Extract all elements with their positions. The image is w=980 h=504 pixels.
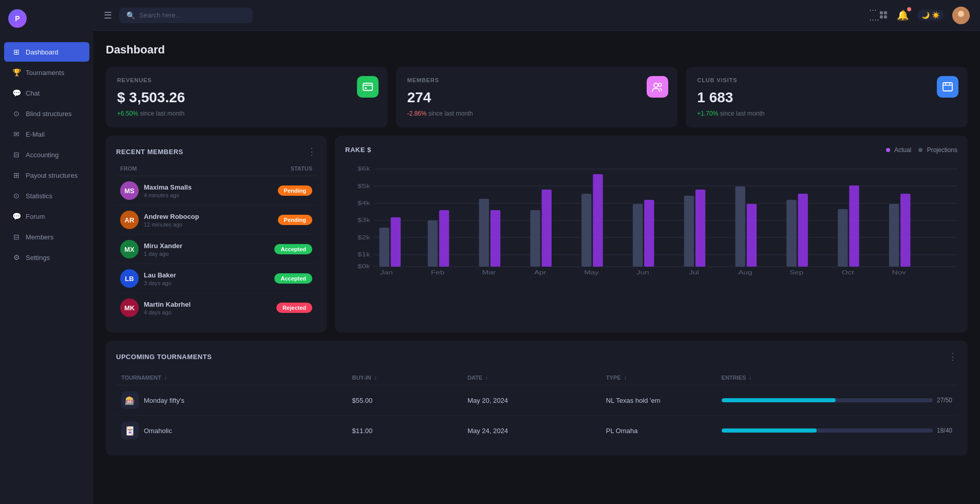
- svg-text:Jan: Jan: [380, 269, 393, 275]
- svg-rect-7: [363, 83, 372, 90]
- status-col-header: Status: [291, 165, 312, 172]
- sidebar-item-label: Accounting: [26, 151, 59, 159]
- svg-rect-38: [684, 196, 694, 267]
- sidebar-logo: P: [0, 0, 93, 37]
- sidebar-item-blind-structures[interactable]: ⊙ Blind structures: [4, 104, 89, 123]
- moon-icon: 🌙: [921, 11, 930, 19]
- status-badge: Accepted: [274, 244, 312, 254]
- user-avatar[interactable]: [952, 7, 970, 24]
- svg-rect-28: [428, 220, 438, 267]
- recent-members-more-button[interactable]: ⋮: [307, 146, 316, 157]
- tournament-type: NL Texas hold 'em: [606, 397, 722, 404]
- content-area: Dashboard REVENUES $ 3,503.26 +6.50% sin…: [93, 31, 980, 504]
- members-value: 274: [407, 89, 667, 106]
- sidebar-item-dashboard[interactable]: ⊞ Dashboard: [4, 42, 89, 62]
- chart-area: $6k $5k $4k $3k $2k $1k $0k: [345, 164, 957, 277]
- notification-button[interactable]: 🔔: [897, 9, 909, 21]
- main-area: ☰ 🔍 ⋅⋅⋅⋅⋅⋅⋅ 🔔 🌙 ☀️: [93, 0, 980, 504]
- search-icon: 🔍: [126, 11, 135, 20]
- svg-rect-30: [479, 199, 489, 267]
- sidebar-item-members[interactable]: ⊟ Members: [4, 227, 89, 247]
- member-row: LB Lau Baker 3 days ago Accepted: [116, 264, 316, 293]
- sidebar-item-label: Statistics: [26, 192, 52, 200]
- avatar: MX: [120, 240, 139, 258]
- member-info: LB Lau Baker 3 days ago: [120, 269, 274, 288]
- sidebar-item-statistics[interactable]: ⊙ Statistics: [4, 186, 89, 206]
- svg-text:Jun: Jun: [636, 269, 649, 275]
- progress-track: [722, 398, 933, 402]
- member-details: Miru Xander 1 day ago: [144, 242, 182, 257]
- member-details: Martin Kabrhel 4 days ago: [144, 301, 191, 315]
- sidebar-item-label: Settings: [26, 254, 50, 262]
- tournament-name: 🎰 Monday fifty's: [121, 391, 352, 409]
- members-card: MEMBERS 274 -2.86% since last month: [396, 67, 678, 127]
- notification-badge: [907, 7, 911, 11]
- sidebar-item-accounting[interactable]: ⊟ Accounting: [4, 145, 89, 164]
- sidebar-item-chat[interactable]: 💬 Chat: [4, 83, 89, 103]
- topbar: ☰ 🔍 ⋅⋅⋅⋅⋅⋅⋅ 🔔 🌙 ☀️: [93, 0, 980, 31]
- svg-text:$5k: $5k: [357, 183, 370, 189]
- svg-rect-42: [786, 200, 796, 267]
- svg-text:Oct: Oct: [842, 269, 854, 275]
- sidebar: P ⊞ Dashboard 🏆 Tournaments 💬 Chat ⊙ Bli…: [0, 0, 93, 504]
- sun-icon: ☀️: [932, 11, 940, 19]
- status-badge: Pending: [278, 185, 312, 196]
- tournament-buyin: $11.00: [352, 427, 467, 435]
- topbar-right: ⋅⋅⋅⋅⋅⋅⋅ 🔔 🌙 ☀️: [869, 6, 970, 25]
- blind-structures-icon: ⊙: [12, 109, 21, 118]
- dashboard-icon: ⊞: [12, 48, 21, 56]
- members-table-header: From Status: [116, 165, 316, 176]
- member-info: MK Martin Kabrhel 4 days ago: [120, 298, 276, 317]
- rake-chart-card: RAKE $ Actual Projections: [335, 136, 968, 332]
- svg-rect-47: [900, 194, 910, 267]
- tournaments-more-button[interactable]: ⋮: [948, 351, 957, 362]
- search-input[interactable]: [139, 11, 232, 19]
- members-label: MEMBERS: [407, 77, 667, 83]
- theme-toggle[interactable]: 🌙 ☀️: [917, 10, 944, 21]
- svg-rect-11: [943, 83, 952, 91]
- svg-rect-39: [695, 190, 705, 267]
- sidebar-item-settings[interactable]: ⚙ Settings: [4, 248, 89, 267]
- revenues-change: +6.50% since last month: [117, 110, 376, 117]
- svg-text:May: May: [584, 269, 599, 275]
- svg-text:$6k: $6k: [357, 165, 370, 172]
- club-visits-icon: [937, 76, 958, 98]
- sidebar-item-label: Forum: [26, 213, 45, 220]
- svg-rect-1: [884, 11, 887, 14]
- svg-rect-43: [798, 194, 808, 267]
- tournaments-card: UPCOMING TOURNAMENTS ⋮ Tournament ↕ Buy-…: [106, 341, 968, 456]
- svg-text:$2k: $2k: [357, 234, 370, 240]
- sidebar-item-label: Chat: [26, 89, 40, 97]
- sidebar-item-forum[interactable]: 💬 Forum: [4, 207, 89, 226]
- status-badge: Rejected: [276, 303, 312, 313]
- sidebar-item-payout-structures[interactable]: ⊞ Payout structures: [4, 165, 89, 185]
- member-name: Miru Xander: [144, 242, 182, 250]
- search-box[interactable]: 🔍: [119, 8, 253, 23]
- col-type: Type ↕: [606, 375, 722, 381]
- svg-point-10: [658, 83, 662, 86]
- entries-count: 18/40: [937, 427, 952, 434]
- actual-dot: [886, 148, 890, 152]
- svg-rect-34: [581, 194, 591, 267]
- svg-rect-32: [530, 210, 540, 267]
- recent-members-title: RECENT MEMBERS: [116, 148, 183, 156]
- svg-text:Mar: Mar: [482, 269, 496, 275]
- member-details: Lau Baker 3 days ago: [144, 271, 176, 286]
- sidebar-item-tournaments[interactable]: 🏆 Tournaments: [4, 63, 89, 82]
- svg-rect-29: [439, 210, 449, 267]
- member-row: AR Andrew Robocop 12 minutes ago Pending: [116, 206, 316, 235]
- mid-row: RECENT MEMBERS ⋮ From Status MS Maxima S…: [106, 136, 968, 332]
- club-visits-card: CLUB VISITS 1 683 +1.70% since last mont…: [686, 67, 968, 127]
- member-name: Maxima Smalls: [144, 183, 192, 191]
- svg-rect-46: [889, 204, 899, 267]
- chart-header: RAKE $ Actual Projections: [345, 146, 957, 154]
- hamburger-button[interactable]: ☰: [104, 10, 112, 21]
- svg-text:Jul: Jul: [689, 269, 699, 275]
- tournament-date: May 24, 2024: [467, 427, 606, 435]
- svg-text:Nov: Nov: [892, 269, 906, 275]
- col-buyin: Buy-in ↕: [352, 375, 467, 381]
- status-badge: Pending: [278, 215, 312, 225]
- grid-icon-button[interactable]: ⋅⋅⋅⋅⋅⋅⋅: [869, 6, 889, 25]
- recent-members-header: RECENT MEMBERS ⋮: [116, 146, 316, 157]
- sidebar-item-email[interactable]: ✉ E-Mail: [4, 124, 89, 144]
